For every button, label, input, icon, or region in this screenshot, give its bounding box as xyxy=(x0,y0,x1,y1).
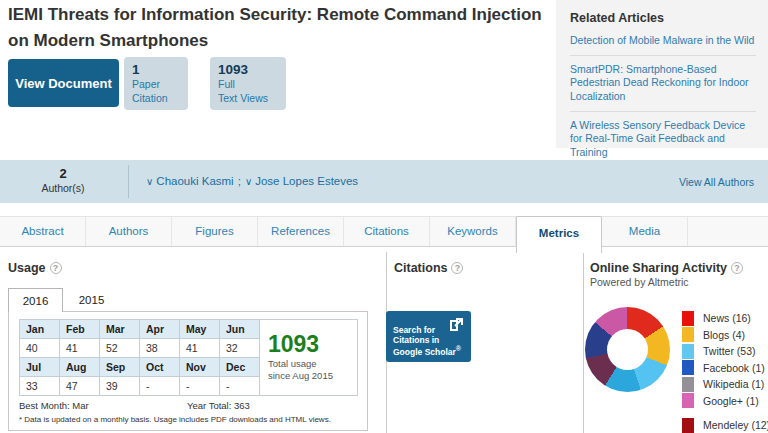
powered-by-altmetric: Powered by Altmetric xyxy=(590,276,689,288)
legend-swatch-news xyxy=(682,311,694,326)
view-all-authors-link[interactable]: View All Authors xyxy=(679,176,754,188)
full-text-views-count: 1093 xyxy=(218,62,278,77)
divider xyxy=(570,111,756,112)
legend-swatch-twitter xyxy=(682,344,694,359)
tab-citations[interactable]: Citations xyxy=(344,217,430,246)
divider xyxy=(128,165,129,198)
view-document-button[interactable]: View Document xyxy=(8,59,119,107)
paper-citation-stat[interactable]: 1 PaperCitation xyxy=(124,57,188,110)
best-month: Best Month: Mar xyxy=(19,400,187,411)
legend-row: Wikipedia (1) xyxy=(682,376,768,393)
chevron-down-icon[interactable]: ∨ xyxy=(245,176,252,187)
tab-keywords[interactable]: Keywords xyxy=(430,217,516,246)
usage-total: 1093 xyxy=(268,333,357,356)
help-icon[interactable]: ? xyxy=(451,262,463,274)
legend-swatch-mendeley xyxy=(682,418,694,433)
usage-heading: Usage? xyxy=(8,261,62,275)
legend-row: Facebook (1) xyxy=(682,360,768,377)
tab-abstract[interactable]: Abstract xyxy=(0,217,86,246)
legend-swatch-wikipedia xyxy=(682,377,694,392)
legend-row: Twitter (53) xyxy=(682,343,768,360)
divider xyxy=(583,252,584,433)
usage-total-caption: Total usagesince Aug 2015 xyxy=(268,358,357,382)
tab-media[interactable]: Media xyxy=(602,217,688,246)
paper-citation-label: PaperCitation xyxy=(132,78,180,105)
legend-row: News (16) xyxy=(682,310,768,327)
google-scholar-button-label: Search for Citations in Google Scholar® xyxy=(393,325,461,357)
legend-row: Google+ (1) xyxy=(682,393,768,410)
usage-table: Jan Feb Mar Apr May Jun 1093 Total usage… xyxy=(19,319,358,396)
related-article-link[interactable]: Detection of Mobile Malware in the Wild xyxy=(570,34,756,48)
tab-figures[interactable]: Figures xyxy=(172,217,258,246)
legend-swatch-facebook xyxy=(682,360,694,375)
legend-row: Mendeley (12) xyxy=(682,417,768,433)
usage-footnote: * Data is updated on a monthly basis. Us… xyxy=(19,415,357,424)
google-scholar-search-button[interactable]: Search for Citations in Google Scholar® xyxy=(386,311,471,362)
altmetric-donut-badge[interactable] xyxy=(585,307,670,392)
author-bar: 2 Author(s) ∨Chaouki Kasmi;∨Jose Lopes E… xyxy=(0,160,768,203)
related-articles-panel: Related Articles Detection of Mobile Mal… xyxy=(556,0,768,148)
legend-swatch-googleplus xyxy=(682,393,694,408)
author-link[interactable]: Chaouki Kasmi xyxy=(156,175,233,187)
help-icon[interactable]: ? xyxy=(731,262,743,274)
usage-year-tab-2015[interactable]: 2015 xyxy=(64,288,119,312)
document-tabbar: Abstract Authors Figures References Cita… xyxy=(0,216,768,247)
usage-meta: Best Month: Mar Year Total: 363 xyxy=(19,400,357,411)
usage-total-cell: 1093 Total usagesince Aug 2015 xyxy=(260,320,358,396)
full-text-views-stat[interactable]: 1093 FullText Views xyxy=(210,57,286,110)
citations-heading: Citations? xyxy=(394,261,463,275)
divider xyxy=(570,55,756,56)
sharing-legend: News (16) Blogs (4) Twitter (53) Faceboo… xyxy=(682,310,768,433)
chevron-down-icon[interactable]: ∨ xyxy=(146,176,153,187)
author-link[interactable]: Jose Lopes Esteves xyxy=(255,175,358,187)
year-total: Year Total: 363 xyxy=(187,400,250,411)
page-title: IEMI Threats for Information Security: R… xyxy=(8,2,556,53)
legend-swatch-blogs xyxy=(682,327,694,342)
tab-authors[interactable]: Authors xyxy=(86,217,172,246)
usage-panel: Jan Feb Mar Apr May Jun 1093 Total usage… xyxy=(8,311,368,431)
paper-citation-count: 1 xyxy=(132,62,180,77)
ieee-xplore-metrics-page: IEMI Threats for Information Security: R… xyxy=(0,0,768,433)
help-icon[interactable]: ? xyxy=(50,262,62,274)
tab-references[interactable]: References xyxy=(258,217,344,246)
related-articles-heading: Related Articles xyxy=(570,11,756,25)
tab-metrics[interactable]: Metrics xyxy=(516,216,602,253)
usage-year-tab-2016[interactable]: 2016 xyxy=(8,288,63,312)
full-text-views-label: FullText Views xyxy=(218,78,278,105)
online-sharing-heading: Online Sharing Activity? xyxy=(590,261,743,275)
author-links: ∨Chaouki Kasmi;∨Jose Lopes Esteves xyxy=(146,175,358,187)
author-count: 2 Author(s) xyxy=(20,166,106,194)
related-article-link[interactable]: SmartPDR: Smartphone-Based Pedestrian De… xyxy=(570,63,756,104)
related-article-link[interactable]: A Wireless Sensory Feedback Device for R… xyxy=(570,119,756,160)
legend-row: Blogs (4) xyxy=(682,327,768,344)
